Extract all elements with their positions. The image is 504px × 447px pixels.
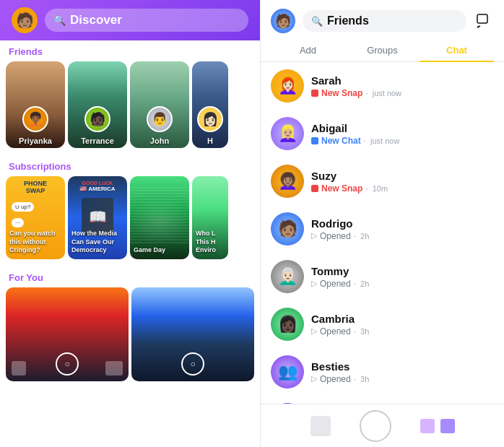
discover-search[interactable]: 🔍 Discover [45,9,248,32]
chat-time-tommy: 2h [360,279,369,288]
left-panel: 🧑🏽 🔍 Discover Friends 🧑🏾‍🦱 Priyanka [0,0,260,447]
chat-item-besties[interactable]: 👥 Besties ▷ Opened · 3h [261,348,504,396]
friend-name-fourth: H [192,136,228,145]
chat-status-suzy: New Snap · 10m [311,183,494,194]
status-label-tommy: Opened [320,279,351,289]
left-content: Friends 🧑🏾‍🦱 Priyanka 🧑🏿 Terrance [0,40,260,447]
chat-item-suzy[interactable]: 👩🏽‍🦱 Suzy New Snap · 10m [261,157,504,205]
for-you-play-button-2[interactable]: ○ [181,352,204,376]
status-dot-suzy [311,185,318,192]
friend-card-john[interactable]: 👨 John [130,61,189,148]
chat-item-samantha[interactable]: 🏔️ Samantha G. □ Received · 5h [261,396,504,404]
chat-avatar-cambria: 👩🏿 [271,308,304,341]
chat-info-cambria: Cambria ▷ Opened · 3h [311,313,494,337]
sub-title-phone-swap: Can you watch this without Cringing? [9,230,61,255]
chat-status-besties: ▷ Opened · 3h [311,374,494,384]
chat-avatar-besties: 👥 [271,355,304,389]
for-you-row: ○ ○ [0,287,260,389]
status-label-sarah: New Snap [321,88,362,98]
search-icon-right: 🔍 [311,16,323,27]
chat-info-abigail: Abigail New Chat · just now [311,122,494,146]
chat-list: 👩🏻‍🦰 Sarah New Snap · just now 👱🏼‍♀️ Abi… [261,62,504,404]
subscriptions-section-label: Subscriptions [0,155,260,176]
status-dot-sarah [311,90,318,97]
sub-card-phone-swap[interactable]: PHONE SWAP U up? ··· Can you watch this … [6,176,65,259]
status-arrow-besties: ▷ [311,374,317,383]
chat-status-abigail: New Chat · just now [311,136,494,146]
chat-avatar-sarah: 👩🏻‍🦰 [271,69,304,103]
discover-title: Discover [70,13,122,27]
friend-card-terrance[interactable]: 🧑🏿 Terrance [68,61,127,148]
friend-name-priyanka: Priyanka [6,136,65,145]
tab-add[interactable]: Add [271,39,345,61]
chat-name-abigail: Abigail [311,122,494,134]
chat-name-cambria: Cambria [311,313,494,325]
chat-status-sarah: New Snap · just now [311,88,494,98]
tab-groups[interactable]: Groups [345,39,420,61]
sub-card-game-day[interactable]: Game Day [130,176,189,259]
chat-item-tommy[interactable]: 👨🏻‍🦳 Tommy ▷ Opened · 2h [261,253,504,300]
chat-name-tommy: Tommy [311,265,494,277]
chat-status-rodrigo: ▷ Opened · 2h [311,231,494,241]
chat-item-rodrigo[interactable]: 🧑🏽 Rodrigo ▷ Opened · 2h [261,205,504,253]
for-you-icon-small [12,361,26,376]
sub-card-media[interactable]: GOOD LUCK 🇺🇸 AMERICA 📖 How the Media Can… [68,176,127,259]
chat-name-sarah: Sarah [311,74,494,87]
chat-info-suzy: Suzy New Snap · 10m [311,170,494,194]
chat-name-besties: Besties [311,360,494,373]
status-arrow-cambria: ▷ [311,326,317,336]
friends-header: 🧑🏽 🔍 Friends [261,0,504,35]
chat-item-sarah[interactable]: 👩🏻‍🦰 Sarah New Snap · just now [261,62,504,110]
discover-header: 🧑🏽 🔍 Discover [0,0,260,40]
sub-card-environment[interactable]: Who L This H Enviro [192,176,228,259]
compose-icon[interactable] [474,11,494,31]
status-label-rodrigo: Opened [320,231,351,241]
svg-rect-0 [477,14,487,23]
chat-info-rodrigo: Rodrigo ▷ Opened · 2h [311,217,494,241]
chat-avatar-abigail: 👱🏼‍♀️ [271,117,304,150]
chat-time-abigail: just now [370,136,399,145]
chat-avatar-tommy: 👨🏻‍🦳 [271,260,304,293]
chat-name-rodrigo: Rodrigo [311,217,494,230]
status-label-besties: Opened [320,374,351,384]
friend-card-priyanka[interactable]: 🧑🏾‍🦱 Priyanka [6,61,65,148]
chat-time-besties: 3h [360,375,369,383]
search-icon: 🔍 [53,14,66,26]
chat-info-besties: Besties ▷ Opened · 3h [311,360,494,384]
bottom-circle-button[interactable] [360,410,391,442]
chat-name-suzy: Suzy [311,170,494,182]
tab-chat[interactable]: Chat [420,39,494,61]
friends-title: Friends [327,14,369,27]
bottom-icon-1 [420,419,435,433]
subscriptions-row: PHONE SWAP U up? ··· Can you watch this … [0,176,260,266]
bottom-overlay [261,404,504,447]
status-label-suzy: New Snap [321,183,362,194]
chat-status-tommy: ▷ Opened · 2h [311,279,494,289]
chat-info-tommy: Tommy ▷ Opened · 2h [311,265,494,289]
user-avatar[interactable]: 🧑🏽 [12,7,38,33]
bottom-ghost-icon [310,416,331,436]
dot-sep: · [365,88,368,98]
chat-status-cambria: ▷ Opened · 3h [311,326,494,337]
sub-title-game-day: Game Day [134,246,186,255]
friends-search[interactable]: 🔍 Friends [303,10,466,32]
for-you-card-sunset[interactable]: ○ [6,287,129,381]
for-you-play-button[interactable]: ○ [56,352,79,376]
chat-time-sarah: just now [373,89,401,97]
for-you-section-label: For You [0,266,260,287]
user-avatar-right[interactable]: 🧑🏽 [271,9,295,33]
status-label-abigail: New Chat [321,136,361,146]
for-you-icon-right [105,361,123,376]
chat-item-abigail[interactable]: 👱🏼‍♀️ Abigail New Chat · just now [261,110,504,157]
friend-card-fourth[interactable]: 👩🏻 H [192,61,228,148]
friends-tabs: Add Groups Chat [261,35,504,62]
bottom-icon-2 [440,419,455,433]
friends-row: 🧑🏾‍🦱 Priyanka 🧑🏿 Terrance 👨 John [0,61,260,155]
friends-section-label: Friends [0,40,260,61]
chat-time-cambria: 3h [360,327,369,336]
chat-time-rodrigo: 2h [360,232,369,240]
sub-title-environment: Who L This H Enviro [196,230,225,255]
chat-item-cambria[interactable]: 👩🏿 Cambria ▷ Opened · 3h [261,300,504,348]
right-panel: 🧑🏽 🔍 Friends Add Groups Chat 👩🏻‍🦰 Sarah [260,0,504,447]
for-you-card-beach[interactable]: ○ [131,287,254,381]
